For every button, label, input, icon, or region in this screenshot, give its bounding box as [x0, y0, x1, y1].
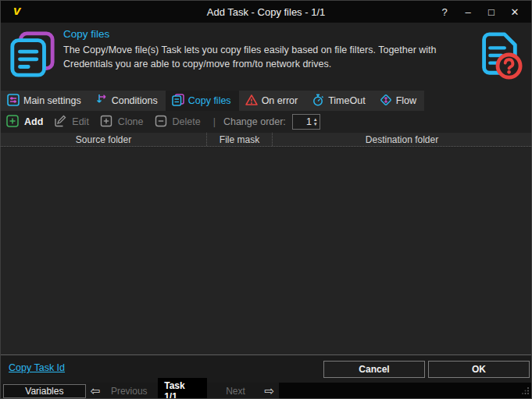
add-button[interactable]: Add	[6, 115, 43, 130]
tab-main-settings[interactable]: Main settings	[1, 91, 89, 111]
change-order-input[interactable]	[293, 116, 312, 127]
delete-button[interactable]: Delete	[155, 115, 201, 130]
clone-label: Clone	[118, 116, 144, 127]
column-header-source-folder[interactable]: Source folder	[1, 133, 206, 146]
tab-label: Main settings	[23, 95, 81, 106]
delete-icon	[155, 115, 167, 130]
table-header-row: Source folder File mask Destination fold…	[1, 133, 531, 147]
edit-label: Edit	[72, 116, 89, 127]
task-header: Copy files The Copy/Move file(s) Task le…	[1, 23, 531, 91]
maximize-icon[interactable]: □	[480, 1, 503, 23]
variables-button[interactable]: Variables	[3, 384, 86, 398]
tabbar: Main settings Conditions	[1, 91, 531, 111]
task-type-title: Copy files	[63, 28, 109, 40]
window-controls: ? – □ ✕	[433, 1, 527, 23]
flow-icon	[380, 94, 392, 109]
previous-arrow-icon[interactable]: ⇦	[91, 384, 101, 398]
edit-button[interactable]: Edit	[54, 115, 89, 130]
copy-files-icon	[172, 94, 184, 109]
task-position-badge: Task 1/1	[158, 378, 206, 399]
tab-label: TimeOut	[328, 95, 365, 106]
app-logo-icon: v	[13, 3, 20, 19]
resize-grip[interactable]	[521, 384, 530, 398]
statusbar: Variables ⇦ Previous Task 1/1 Next ⇨	[1, 383, 531, 399]
add-icon	[6, 115, 19, 130]
bottom-panel: Copy Task Id Cancel OK	[1, 355, 531, 383]
clone-icon	[100, 115, 112, 130]
ok-button[interactable]: OK	[428, 361, 530, 378]
task-help-icon	[474, 30, 523, 84]
previous-button[interactable]: Previous	[105, 386, 153, 397]
main-settings-icon	[7, 94, 20, 109]
edit-icon	[54, 115, 66, 130]
tab-copy-files[interactable]: Copy files	[166, 91, 239, 111]
conditions-icon	[95, 94, 108, 109]
column-header-destination-folder[interactable]: Destination folder	[272, 133, 531, 146]
titlebar: v Add Task - Copy files - 1/1 ? – □ ✕	[1, 1, 531, 23]
task-description: The Copy/Move file(s) Task lets you copy…	[63, 44, 466, 72]
copy-files-large-icon	[8, 30, 56, 84]
next-arrow-icon[interactable]: ⇨	[264, 384, 274, 398]
tab-label: Conditions	[112, 95, 158, 106]
tabstrip: Main settings Conditions	[1, 91, 424, 111]
tab-flow[interactable]: Flow	[373, 91, 424, 111]
change-order-label: Change order:	[223, 116, 286, 127]
cancel-button[interactable]: Cancel	[323, 361, 425, 378]
minimize-icon[interactable]: –	[456, 1, 480, 23]
stepper-down-icon[interactable]: ▼	[313, 122, 318, 126]
next-button[interactable]: Next	[212, 386, 260, 397]
list-toolbar: Add Edit Clone	[1, 111, 531, 133]
change-order-stepper: ▲ ▼	[292, 114, 320, 130]
toolbar-separator: |	[213, 116, 216, 127]
copy-task-id-link[interactable]: Copy Task Id	[9, 362, 65, 373]
tab-label: On error	[262, 95, 298, 106]
close-icon[interactable]: ✕	[503, 1, 527, 23]
add-task-dialog: v Add Task - Copy files - 1/1 ? – □ ✕ Co…	[0, 0, 532, 399]
tab-conditions[interactable]: Conditions	[89, 91, 166, 111]
on-error-icon	[245, 94, 258, 109]
help-icon[interactable]: ?	[433, 1, 456, 23]
tab-label: Flow	[396, 95, 416, 106]
clone-button[interactable]: Clone	[100, 115, 144, 130]
delete-label: Delete	[173, 116, 201, 127]
column-header-file-mask[interactable]: File mask	[206, 133, 272, 146]
file-filter-list[interactable]	[1, 148, 531, 354]
tab-label: Copy files	[188, 95, 231, 106]
tab-timeout[interactable]: TimeOut	[305, 91, 373, 111]
tab-on-error[interactable]: On error	[239, 91, 306, 111]
statusbar-left: Variables ⇦ Previous Task 1/1 Next ⇨	[1, 383, 279, 399]
timeout-icon	[312, 94, 324, 109]
add-label: Add	[24, 116, 43, 127]
